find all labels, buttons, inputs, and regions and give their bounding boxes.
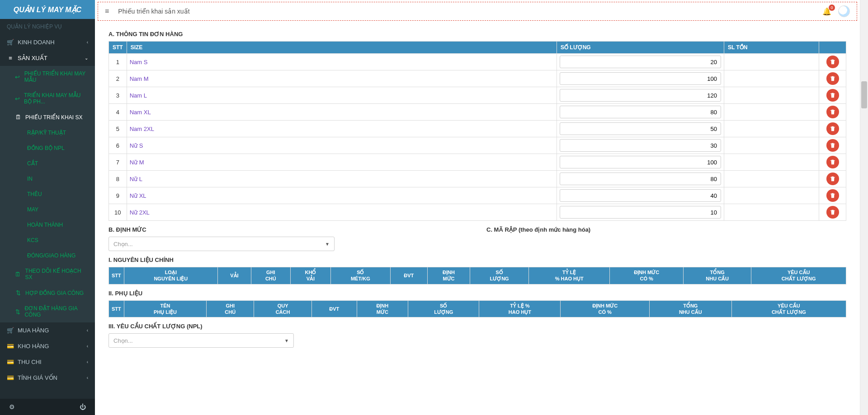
sidebar-item[interactable]: 🗓THEO DÕI KẾ HOẠCH SX bbox=[0, 263, 95, 285]
sidebar-item-label: ĐỒNG BỘ NPL bbox=[27, 145, 65, 151]
sidebar-item[interactable]: THÊU bbox=[0, 187, 95, 202]
col-header: TỶ LỆ %HAO HỤT bbox=[479, 300, 561, 317]
chevron-icon: ‹ bbox=[87, 328, 88, 333]
sidebar-item[interactable]: ĐỒNG BỘ NPL bbox=[0, 140, 95, 156]
delete-button[interactable] bbox=[826, 122, 839, 135]
cell-stock bbox=[724, 87, 819, 104]
qty-input[interactable] bbox=[560, 72, 721, 85]
menu-icon: ⇅ bbox=[14, 289, 22, 296]
cell-size: Nữ S bbox=[127, 137, 557, 154]
cell-qty bbox=[557, 87, 724, 104]
logout-icon[interactable]: ⏻ bbox=[80, 403, 86, 410]
sidebar-item[interactable]: HOÀN THÀNH bbox=[0, 217, 95, 233]
qty-input[interactable] bbox=[560, 122, 721, 135]
settings-icon[interactable]: ⚙ bbox=[9, 403, 15, 410]
sidebar-item[interactable]: ≡SẢN XUẤT⌄ bbox=[0, 50, 95, 66]
qty-input[interactable] bbox=[560, 89, 721, 102]
section-c-title: C. MÃ RẬP (theo định mức hàng hóa) bbox=[486, 226, 846, 233]
chevron-icon: ‹ bbox=[87, 359, 88, 364]
delete-button[interactable] bbox=[826, 206, 839, 219]
cell-action bbox=[819, 154, 846, 171]
sidebar-item[interactable]: ⇅ĐƠN ĐẶT HÀNG GIA CÔNG bbox=[0, 301, 95, 322]
size-link[interactable]: Nữ S bbox=[130, 142, 143, 149]
sidebar-item[interactable]: 🛒MUA HÀNG‹ bbox=[0, 322, 95, 338]
size-link[interactable]: Nam L bbox=[130, 92, 147, 99]
section-iii-title: III. YÊU CẦU CHẤT LƯỢNG (NPL) bbox=[108, 323, 846, 330]
cell-stt: 3 bbox=[109, 87, 127, 104]
menu-icon: 💳 bbox=[7, 359, 14, 365]
sidebar-item-label: HOÀN THÀNH bbox=[27, 222, 63, 228]
delete-button[interactable] bbox=[826, 72, 839, 85]
chevron-icon: ‹ bbox=[87, 375, 88, 380]
qty-input[interactable] bbox=[560, 206, 721, 219]
qty-input[interactable] bbox=[560, 139, 721, 152]
cell-action bbox=[819, 87, 846, 104]
sidebar-item-label: KCS bbox=[27, 237, 38, 243]
cell-stt: 8 bbox=[109, 171, 127, 187]
delete-button[interactable] bbox=[826, 156, 839, 168]
col-size: SIZE bbox=[127, 42, 557, 54]
qty-input[interactable] bbox=[560, 173, 721, 185]
qty-input[interactable] bbox=[560, 106, 721, 118]
table-row: 9Nữ XL bbox=[109, 187, 846, 204]
sidebar-item[interactable]: ĐÓNG/GIAO HÀNG bbox=[0, 248, 95, 263]
sidebar-item[interactable]: 🗓PHIẾU TRIỂN KHAI SX bbox=[0, 109, 95, 125]
sidebar-item[interactable]: 💳KHO HÀNG‹ bbox=[0, 338, 95, 354]
qty-input[interactable] bbox=[560, 156, 721, 168]
cell-stock bbox=[724, 137, 819, 154]
cell-qty bbox=[557, 154, 724, 171]
sidebar-item-label: IN bbox=[27, 176, 33, 182]
cell-stt: 2 bbox=[109, 70, 127, 87]
page-title: Phiếu triển khai sản xuất bbox=[118, 8, 189, 15]
delete-button[interactable] bbox=[826, 56, 839, 68]
notification-bell[interactable]: 🔔 0 bbox=[822, 7, 831, 16]
size-link[interactable]: Nữ M bbox=[130, 159, 144, 166]
page-scrollbar[interactable] bbox=[860, 0, 868, 415]
sidebar-item[interactable]: KCS bbox=[0, 233, 95, 248]
sidebar-item[interactable]: ⇅HỢP ĐỒNG GIA CÔNG bbox=[0, 285, 95, 301]
menu-toggle-icon[interactable]: ≡ bbox=[105, 7, 109, 15]
chevron-icon: ⌄ bbox=[85, 56, 88, 61]
avatar[interactable] bbox=[838, 5, 850, 17]
sidebar-item-label: PHIẾU TRIỂN KHAI MAY MẪU bbox=[24, 70, 88, 83]
sidebar-item[interactable]: ↩PHIẾU TRIỂN KHAI MAY MẪU bbox=[0, 66, 95, 88]
sidebar-item[interactable]: RẬP/KỸ THUẬT bbox=[0, 125, 95, 140]
sidebar-item[interactable]: MAY bbox=[0, 202, 95, 217]
sidebar-item[interactable]: ↩TRIỂN KHAI MAY MẪU BỘ PH... bbox=[0, 88, 95, 109]
cell-size: Nữ XL bbox=[127, 187, 557, 204]
select-placeholder: Chọn... bbox=[113, 241, 133, 247]
sidebar-section-header: QUẢN LÝ NGHIỆP VỤ bbox=[0, 19, 95, 34]
menu-icon: ↩ bbox=[14, 74, 21, 80]
menu-icon: ⇅ bbox=[14, 308, 21, 315]
col-header: TỔNGNHU CẦU bbox=[683, 267, 751, 284]
size-link[interactable]: Nữ XL bbox=[130, 192, 146, 199]
cell-qty bbox=[557, 204, 724, 221]
delete-button[interactable] bbox=[826, 89, 839, 102]
delete-button[interactable] bbox=[826, 173, 839, 185]
scroll-thumb[interactable] bbox=[861, 81, 867, 108]
size-link[interactable]: Nữ 2XL bbox=[130, 209, 150, 216]
quality-select[interactable]: Chọn... ▼ bbox=[108, 333, 294, 348]
sidebar-item[interactable]: 🛒KINH DOANH‹ bbox=[0, 34, 95, 50]
size-link[interactable]: Nam S bbox=[130, 59, 148, 65]
size-link[interactable]: Nam M bbox=[130, 75, 149, 82]
delete-button[interactable] bbox=[826, 189, 839, 202]
sidebar-item[interactable]: CẮT bbox=[0, 156, 95, 171]
section-a-title: A. THÔNG TIN ĐƠN HÀNG bbox=[108, 31, 846, 37]
size-link[interactable]: Nam 2XL bbox=[130, 126, 154, 132]
cell-stt: 6 bbox=[109, 137, 127, 154]
delete-button[interactable] bbox=[826, 106, 839, 118]
cell-stock bbox=[724, 104, 819, 121]
sidebar-item[interactable]: 💳TÍNH GIÁ VỐN‹ bbox=[0, 370, 95, 386]
dinh-muc-select[interactable]: Chọn... ▼ bbox=[108, 237, 335, 251]
delete-button[interactable] bbox=[826, 139, 839, 152]
qty-input[interactable] bbox=[560, 56, 721, 68]
sidebar-item[interactable]: 💳THU CHI‹ bbox=[0, 354, 95, 370]
qty-input[interactable] bbox=[560, 189, 721, 202]
sidebar-item-label: TRIỂN KHAI MAY MẪU BỘ PH... bbox=[24, 92, 88, 105]
menu-icon: 🛒 bbox=[7, 327, 14, 334]
sidebar-item[interactable]: IN bbox=[0, 171, 95, 187]
size-link[interactable]: Nam XL bbox=[130, 109, 151, 116]
size-link[interactable]: Nữ L bbox=[130, 176, 142, 182]
col-header: ĐỊNH MỨCCÓ % bbox=[610, 267, 684, 284]
